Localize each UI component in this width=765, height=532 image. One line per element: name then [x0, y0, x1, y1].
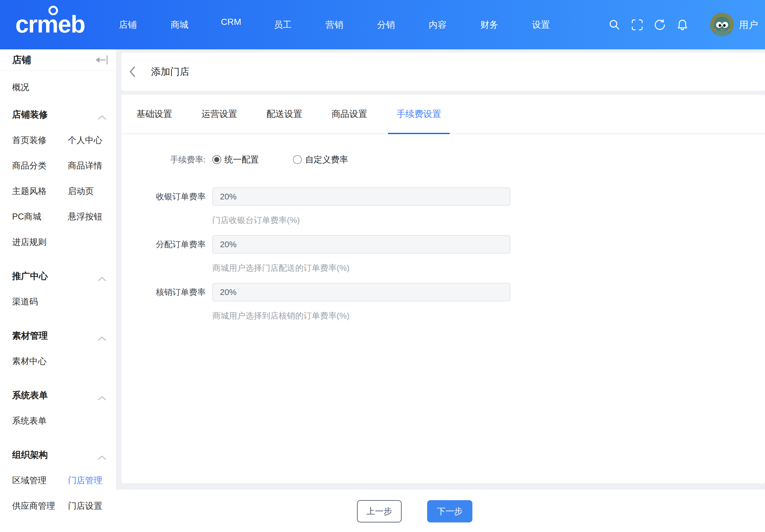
footer-action-bar: 上一步 下一步	[116, 490, 765, 532]
sidebar-menu: 概况 店铺装修 首页装修 个人中心 商品分类 商品详情 主题风格 启动页 PC商…	[0, 71, 116, 519]
search-icon[interactable]	[608, 18, 621, 31]
sidebar-item-personal-center[interactable]: 个人中心	[68, 134, 102, 146]
username[interactable]: 用户名	[739, 0, 765, 49]
nav-item-distribution[interactable]: 分销	[360, 0, 412, 49]
sidebar-row: 主题风格 启动页	[0, 178, 116, 204]
sidebar-item-product-category[interactable]: 商品分类	[12, 160, 47, 171]
cashier-order-rate-row: 收银订单费率 门店收银台订单费率(%)	[121, 187, 765, 226]
nav-item-settings[interactable]: 设置	[515, 0, 567, 49]
radio-custom-rate[interactable]: 自定义费率	[293, 154, 348, 165]
fee-settings-form: 手续费率: 统一配置 自定义费率 收银订单费率 门店收银台订单费率(%) 分配订…	[121, 134, 765, 321]
main-nav: 店铺 商城 CRM 员工 营销 分销 内容 财务 设置	[102, 0, 567, 49]
writeoff-order-rate-helper: 商城用户选择到店核销的订单费率(%)	[212, 310, 765, 321]
refresh-icon[interactable]	[653, 18, 666, 31]
sidebar-section-system-form[interactable]: 系统表单	[0, 383, 116, 408]
writeoff-order-rate-row: 核销订单费率 商城用户选择到店核销的订单费率(%)	[121, 283, 765, 321]
sidebar-item-region-management[interactable]: 区域管理	[12, 475, 47, 486]
nav-item-store[interactable]: 店铺	[102, 0, 154, 49]
sidebar-item-pc-mall[interactable]: PC商城	[12, 211, 41, 222]
sidebar-item-product-detail[interactable]: 商品详情	[68, 160, 102, 171]
sidebar-row: 进店规则	[0, 229, 116, 255]
sidebar-row: 渠道码	[0, 289, 116, 314]
chevron-up-icon	[98, 274, 107, 279]
collapse-sidebar-icon[interactable]	[94, 55, 108, 65]
sidebar-section-material-management[interactable]: 素材管理	[0, 323, 116, 349]
sidebar-section-promotion-center[interactable]: 推广中心	[0, 263, 116, 289]
cashier-order-rate-input[interactable]	[212, 187, 510, 206]
sidebar-row: 区域管理 门店管理	[0, 468, 116, 493]
allocation-order-rate-input[interactable]	[212, 235, 510, 254]
toolbar-icons	[608, 0, 689, 49]
sidebar-row: 供应商管理 门店设置	[0, 493, 116, 519]
chevron-up-icon	[98, 393, 107, 398]
nav-item-marketing[interactable]: 营销	[309, 0, 360, 49]
writeoff-order-rate-label: 核销订单费率	[121, 283, 206, 301]
next-step-button[interactable]: 下一步	[427, 500, 472, 522]
chevron-up-icon	[98, 333, 107, 338]
nav-item-staff[interactable]: 员工	[257, 0, 309, 49]
sidebar-row: 系统表单	[0, 408, 116, 433]
page-title: 添加门店	[151, 53, 189, 91]
sidebar-item-store-management[interactable]: 门店管理	[68, 475, 102, 486]
tab-delivery-settings[interactable]: 配送设置	[258, 95, 311, 133]
cashier-order-rate-helper: 门店收银台订单费率(%)	[212, 215, 765, 226]
nav-item-finance[interactable]: 财务	[463, 0, 515, 49]
sidebar-item-entry-rules[interactable]: 进店规则	[12, 236, 47, 248]
chevron-up-icon	[98, 112, 107, 117]
radio-selected-icon	[212, 155, 221, 164]
fee-rate-label: 手续费率:	[121, 150, 206, 169]
prev-step-button[interactable]: 上一步	[357, 500, 401, 522]
sidebar-item-theme-style[interactable]: 主题风格	[12, 185, 47, 197]
sidebar-item-supplier-management[interactable]: 供应商管理	[12, 500, 55, 512]
tab-basic-settings[interactable]: 基础设置	[128, 95, 181, 133]
sidebar-row: 素材中心	[0, 349, 116, 374]
sidebar-item-material-center[interactable]: 素材中心	[12, 356, 47, 367]
sidebar-row: 首页装修 个人中心	[0, 128, 116, 153]
logo-ring-icon	[48, 6, 58, 15]
allocation-order-rate-helper: 商城用户选择门店配送的订单费率(%)	[212, 262, 765, 274]
avatar[interactable]	[710, 13, 734, 36]
allocation-order-rate-label: 分配订单费率	[121, 235, 206, 254]
sidebar-section-store-decoration[interactable]: 店铺装修	[0, 102, 116, 128]
radio-unselected-icon	[293, 155, 302, 164]
sidebar-item-home-decoration[interactable]: 首页装修	[12, 134, 47, 146]
logo-text: crmeb	[15, 11, 85, 38]
nav-item-mall[interactable]: 商城	[154, 0, 205, 49]
sidebar-item-float-button[interactable]: 悬浮按钮	[68, 211, 102, 222]
radio-unified-config[interactable]: 统一配置	[212, 154, 259, 165]
sidebar: 店铺 概况 店铺装修 首页装修 个人中心 商品分类 商品详情 主题风格 启动页 …	[0, 49, 116, 532]
sidebar-row: 商品分类 商品详情	[0, 153, 116, 178]
top-navbar: crmeb 店铺 商城 CRM 员工 营销 分销 内容 财务 设置	[0, 0, 765, 49]
allocation-order-rate-row: 分配订单费率 商城用户选择门店配送的订单费率(%)	[121, 235, 765, 274]
page-header-card: 添加门店	[121, 53, 765, 91]
sidebar-section-organization[interactable]: 组织架构	[0, 442, 116, 468]
tab-bar: 基础设置 运营设置 配送设置 商品设置 手续费设置	[121, 95, 765, 134]
fullscreen-icon[interactable]	[631, 18, 644, 31]
sidebar-item-system-form[interactable]: 系统表单	[12, 415, 47, 426]
sidebar-item-overview[interactable]: 概况	[0, 75, 116, 100]
sidebar-item-launch-page[interactable]: 启动页	[68, 185, 94, 197]
tab-operation-settings[interactable]: 运营设置	[193, 95, 246, 133]
writeoff-order-rate-input[interactable]	[212, 283, 510, 301]
sidebar-title: 店铺	[12, 54, 31, 67]
sidebar-row: PC商城 悬浮按钮	[0, 204, 116, 229]
nav-item-crm[interactable]: CRM	[205, 0, 257, 49]
tab-fee-settings[interactable]: 手续费设置	[388, 95, 450, 133]
sidebar-item-channel-code[interactable]: 渠道码	[12, 296, 38, 307]
back-button[interactable]	[129, 66, 136, 78]
sidebar-item-store-settings[interactable]: 门店设置	[68, 500, 102, 512]
nav-item-content[interactable]: 内容	[412, 0, 463, 49]
cashier-order-rate-label: 收银订单费率	[121, 187, 206, 206]
sidebar-header: 店铺	[0, 49, 116, 71]
fee-rate-mode-row: 手续费率: 统一配置 自定义费率	[121, 150, 765, 169]
tab-product-settings[interactable]: 商品设置	[323, 95, 376, 133]
app-logo[interactable]: crmeb	[15, 9, 85, 40]
settings-card: 基础设置 运营设置 配送设置 商品设置 手续费设置 手续费率: 统一配置 自定义…	[121, 95, 765, 483]
chevron-up-icon	[98, 452, 107, 457]
bell-icon[interactable]	[676, 18, 689, 31]
